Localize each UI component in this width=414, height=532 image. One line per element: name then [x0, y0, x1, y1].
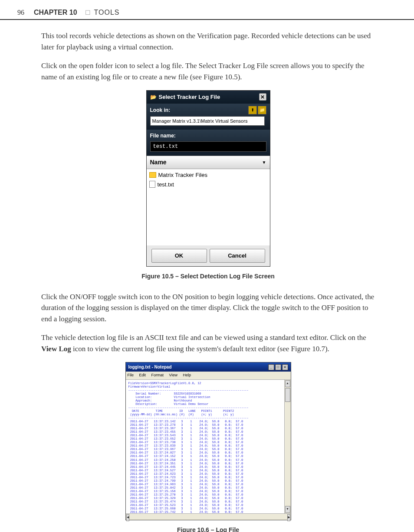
paragraph-3: Click the ON/OFF toggle switch icon to t…	[41, 291, 375, 325]
paragraph-4: The vehicle detection log file is an ASC…	[41, 332, 375, 354]
open-folder-icon: 📂	[150, 93, 157, 101]
scroll-up-icon[interactable]: ▲	[285, 380, 290, 387]
ok-button[interactable]: OK	[151, 249, 207, 263]
minimize-icon[interactable]: _	[268, 364, 274, 370]
notepad-menu[interactable]: File Edit Format View Help	[126, 372, 291, 380]
scroll-thumb[interactable]	[285, 388, 290, 402]
chapter-label: CHAPTER 10	[34, 9, 77, 16]
name-column-header[interactable]: Name ▼	[147, 156, 270, 169]
close-icon[interactable]: ×	[282, 364, 288, 370]
figure-caption-1: Figure 10.5 – Select Detection Log File …	[41, 272, 375, 281]
main-content: This tool records vehicle detections as …	[0, 30, 414, 532]
divider-icon: ☐	[85, 9, 91, 16]
notepad-window: logging.txt - Notepad _ □ × File Edit Fo…	[125, 362, 291, 520]
menu-format[interactable]: Format	[151, 373, 164, 377]
close-icon[interactable]: ✕	[259, 93, 266, 101]
notepad-text-area[interactable]: FileVersion=SSMXTrackerLogFileV1.0.0, 12…	[126, 380, 284, 513]
menu-help[interactable]: Help	[183, 373, 191, 377]
page-number: 96	[17, 9, 24, 16]
vertical-scrollbar[interactable]: ▲ ▼	[284, 380, 291, 513]
figure-caption-2: Figure 10.6 – Log File	[41, 525, 375, 532]
new-folder-icon[interactable]: 📁	[258, 106, 266, 114]
menu-view[interactable]: View	[169, 373, 177, 377]
select-tracker-log-dialog: 📂 Select Tracker Log File ✕ Look in: ⬆ 📁…	[146, 90, 270, 267]
cancel-button[interactable]: Cancel	[210, 249, 265, 263]
file-list[interactable]: Matrix Tracker Files test.txt	[147, 169, 270, 245]
paragraph-2: Click on the open folder icon to select …	[41, 60, 375, 82]
view-log-label: View Log	[41, 345, 71, 353]
filename-label: File name:	[150, 132, 176, 140]
menu-file[interactable]: File	[128, 373, 134, 377]
list-item[interactable]: Matrix Tracker Files	[149, 170, 267, 180]
scroll-left-icon[interactable]: ◀	[126, 514, 129, 521]
notepad-titlebar: logging.txt - Notepad _ □ ×	[126, 362, 291, 372]
section-title: TOOLS	[94, 9, 120, 16]
list-item[interactable]: test.txt	[149, 180, 267, 189]
folder-icon	[149, 172, 156, 178]
dialog-titlebar: 📂 Select Tracker Log File ✕	[147, 91, 270, 104]
file-icon	[149, 181, 155, 188]
paragraph-1: This tool records vehicle detections as …	[41, 30, 375, 52]
lookin-dropdown[interactable]: Manager Matrix v1.3.1\Matrix Virtual Sen…	[150, 116, 265, 126]
menu-edit[interactable]: Edit	[139, 373, 146, 377]
notepad-title: logging.txt - Notepad	[128, 364, 172, 370]
horizontal-scrollbar[interactable]: ◀ ▶	[126, 513, 291, 520]
scroll-down-icon[interactable]: ▼	[285, 506, 290, 513]
up-folder-icon[interactable]: ⬆	[248, 106, 257, 114]
scroll-right-icon[interactable]: ▶	[287, 514, 290, 521]
filename-input[interactable]: test.txt	[150, 141, 266, 152]
dialog-title: Select Tracker Log File	[159, 93, 220, 101]
lookin-label: Look in:	[150, 106, 176, 114]
maximize-icon[interactable]: □	[275, 364, 281, 370]
page-header: 96 CHAPTER 10 ☐ TOOLS	[0, 0, 414, 20]
sort-arrow-icon: ▼	[262, 159, 266, 166]
